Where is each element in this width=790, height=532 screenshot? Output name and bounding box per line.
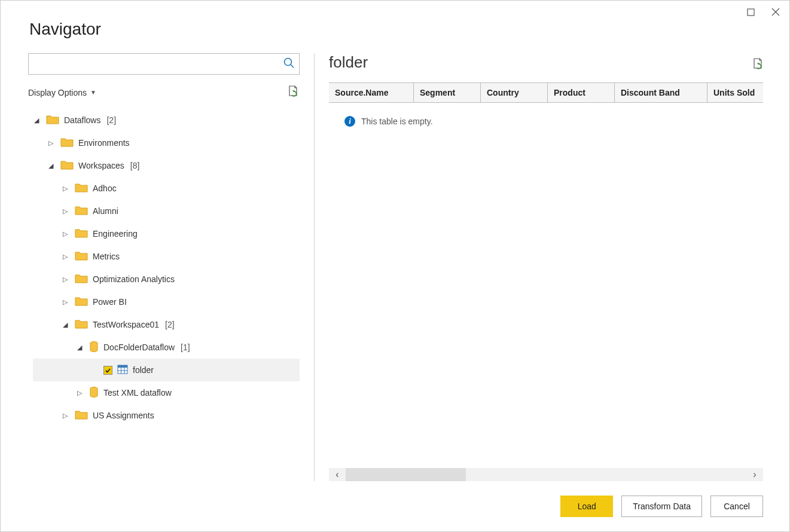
display-options-label: Display Options (28, 88, 87, 97)
refresh-tree-icon[interactable] (288, 85, 298, 99)
empty-table-message: i This table is empty. (329, 103, 763, 127)
folder-icon (46, 115, 59, 126)
tree-count: [8] (130, 161, 140, 170)
tree-node-engineering[interactable]: ▷ Engineering (33, 222, 300, 245)
tree-label: Engineering (93, 229, 138, 239)
tree-node-docfolderdataflow[interactable]: ◢ DocFolderDataflow [1] (33, 336, 300, 359)
column-header[interactable]: Discount Band (615, 83, 707, 103)
folder-icon (75, 228, 88, 240)
preview-title: folder (329, 53, 368, 72)
tree-node-usassignments[interactable]: ▷ US Assignments (33, 404, 300, 427)
tree-node-dataflows[interactable]: ◢ Dataflows [2] (33, 109, 300, 132)
tree-label: Adhoc (93, 184, 117, 193)
tree-count: [2] (165, 320, 175, 329)
expander-icon[interactable]: ◢ (48, 162, 56, 170)
cancel-button[interactable]: Cancel (710, 496, 763, 517)
folder-icon (75, 319, 88, 331)
tree-label: Test XML dataflow (103, 388, 172, 398)
tree-label: Metrics (93, 252, 120, 261)
tree-node-testxml[interactable]: ▷ Test XML dataflow (33, 381, 300, 404)
tree-label: Optimization Analytics (93, 274, 175, 284)
expander-icon[interactable]: ▷ (63, 230, 70, 238)
folder-icon (75, 410, 88, 421)
expander-icon[interactable]: ▷ (63, 185, 70, 192)
horizontal-scrollbar[interactable]: ‹ › (329, 468, 763, 481)
tree-label: Power BI (93, 297, 127, 307)
refresh-preview-icon[interactable] (752, 58, 763, 72)
expander-icon[interactable]: ▷ (63, 412, 70, 420)
close-button[interactable] (770, 7, 781, 17)
tree-node-optimization[interactable]: ▷ Optimization Analytics (33, 268, 300, 291)
scroll-left-icon[interactable]: ‹ (329, 469, 346, 480)
transform-data-button[interactable]: Transform Data (621, 496, 702, 517)
tree-label: folder (133, 365, 154, 375)
scroll-right-icon[interactable]: › (746, 469, 763, 480)
column-header[interactable]: Source.Name (329, 83, 414, 103)
preview-column-headers: Source.Name Segment Country Product Disc… (329, 83, 763, 103)
empty-text: This table is empty. (361, 117, 433, 126)
pane-divider (314, 53, 315, 481)
info-icon: i (344, 116, 355, 127)
tree-node-testworkspace01[interactable]: ◢ TestWorkspace01 [2] (33, 313, 300, 336)
column-header[interactable]: Segment (414, 83, 481, 103)
tree-label: Environments (78, 138, 130, 148)
chevron-down-icon: ▼ (90, 89, 96, 96)
load-button[interactable]: Load (560, 496, 613, 517)
expander-icon[interactable]: ▷ (63, 207, 70, 215)
tree-label: Workspaces (78, 161, 124, 170)
folder-icon (60, 160, 74, 172)
tree-node-folder[interactable]: folder (33, 359, 300, 381)
tree-label: Alumni (93, 206, 118, 216)
tree-label: Dataflows (64, 115, 100, 125)
database-icon (89, 341, 99, 354)
tree-node-powerbi[interactable]: ▷ Power BI (33, 291, 300, 313)
expander-icon[interactable]: ▷ (63, 276, 70, 283)
folder-icon (75, 251, 88, 262)
svg-rect-7 (118, 365, 127, 368)
expander-icon[interactable]: ▷ (48, 139, 56, 147)
tree-count: [2] (106, 115, 116, 125)
expander-icon[interactable]: ▷ (63, 253, 70, 261)
tree-label: US Assignments (93, 411, 154, 420)
scrollbar-thumb[interactable] (346, 468, 466, 481)
maximize-button[interactable] (745, 7, 756, 17)
expander-icon[interactable]: ◢ (63, 321, 70, 329)
tree-node-adhoc[interactable]: ▷ Adhoc (33, 177, 300, 200)
folder-icon (75, 296, 88, 308)
expander-icon[interactable]: ◢ (77, 344, 84, 351)
database-icon (89, 387, 99, 399)
expander-icon[interactable]: ▷ (63, 298, 70, 306)
folder-icon (75, 183, 88, 194)
svg-point-3 (285, 59, 292, 66)
column-header[interactable]: Units Sold (707, 83, 763, 103)
navigator-tree: ◢ Dataflows [2] ▷ Environments ◢ (28, 109, 300, 481)
folder-icon (60, 137, 74, 149)
table-icon (117, 365, 128, 376)
search-icon[interactable] (283, 57, 295, 71)
checkbox-checked-icon[interactable] (103, 366, 112, 375)
column-header[interactable]: Product (548, 83, 615, 103)
svg-line-4 (291, 65, 294, 68)
svg-rect-0 (748, 9, 754, 16)
expander-icon[interactable]: ◢ (34, 117, 41, 124)
column-header[interactable]: Country (481, 83, 548, 103)
folder-icon (75, 274, 88, 285)
tree-node-metrics[interactable]: ▷ Metrics (33, 245, 300, 268)
expander-icon[interactable]: ▷ (77, 389, 84, 397)
tree-node-environments[interactable]: ▷ Environments (33, 132, 300, 154)
tree-label: TestWorkspace01 (93, 320, 159, 329)
tree-node-workspaces[interactable]: ◢ Workspaces [8] (33, 154, 300, 177)
search-input[interactable] (28, 53, 300, 75)
tree-node-alumni[interactable]: ▷ Alumni (33, 200, 300, 222)
tree-count: [1] (181, 343, 190, 352)
folder-icon (75, 206, 88, 217)
display-options-dropdown[interactable]: Display Options ▼ (28, 88, 96, 97)
tree-label: DocFolderDataflow (103, 343, 175, 352)
dialog-title: Navigator (1, 1, 789, 39)
